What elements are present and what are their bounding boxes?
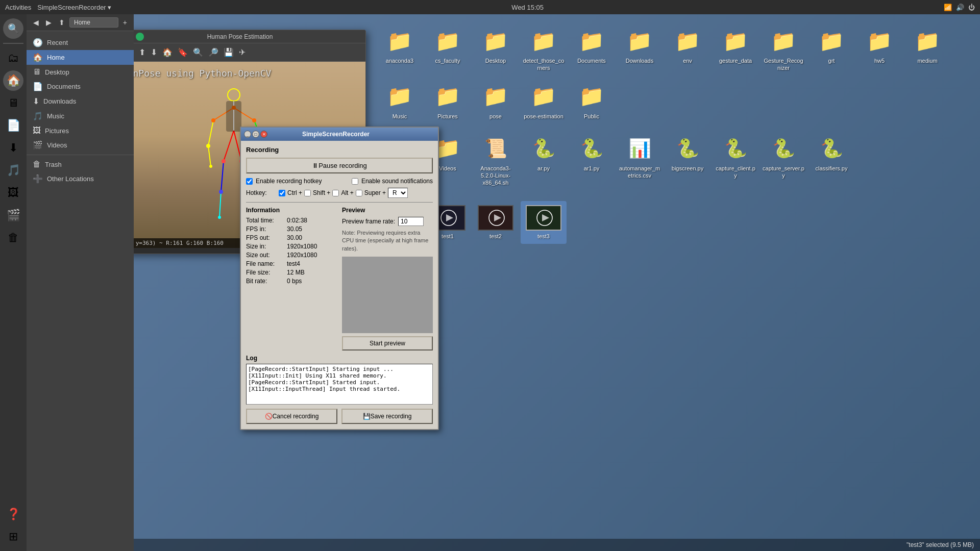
hpe-tool-down[interactable]: ⬇: [149, 45, 159, 59]
ssr-preview-area: [342, 257, 433, 333]
hpe-tool-forward[interactable]: ▶: [134, 45, 136, 59]
file-item-capture-server[interactable]: 🐍 capture_server.py: [761, 130, 806, 191]
file-item-desktop[interactable]: 📁 Desktop: [473, 22, 519, 76]
svg-line-10: [221, 161, 224, 192]
fm-item-videos[interactable]: 🎬 Videos: [27, 138, 134, 153]
file-item-documents[interactable]: 📁 Documents: [569, 22, 615, 76]
sidebar-icon-downloads[interactable]: ⬇: [3, 138, 23, 158]
ssr-dialog: _ □ ✕ SimpleScreenRecorder Recording ⏸Pa…: [240, 127, 439, 430]
hpe-tool-search2[interactable]: 🔎: [206, 45, 220, 59]
svg-point-21: [222, 159, 226, 163]
sidebar-icon-pictures[interactable]: 🖼: [3, 183, 23, 203]
file-item-capture-client[interactable]: 🐍 capture_client.py: [713, 130, 758, 191]
fm-item-documents[interactable]: 📄 Documents: [27, 79, 134, 94]
file-item-test2[interactable]: test2: [473, 201, 519, 244]
sidebar-icon-home[interactable]: 🏠: [3, 70, 23, 91]
file-item-test3[interactable]: test3: [521, 201, 567, 244]
ssr-preview-fps-row: Preview frame rate:: [342, 217, 433, 226]
fm-items: 🕐 Recent 🏠 Home 🖥 Desktop 📄 Documents ⬇ …: [27, 31, 134, 190]
ssr-minimize-button[interactable]: _: [244, 131, 251, 138]
fm-back-button[interactable]: ◀: [31, 17, 41, 28]
app-name-label[interactable]: SimpleScreenRecorder ▾: [37, 4, 111, 11]
activities-label[interactable]: Activities: [5, 4, 31, 11]
file-item-ar-py[interactable]: 🐍 ar.py: [521, 130, 567, 191]
file-item-anaconda3-sh[interactable]: 📜 Anaconda3-5.2.0-Linux-x86_64.sh: [473, 130, 519, 191]
svg-point-17: [206, 144, 210, 148]
shift-checkbox[interactable]: [304, 190, 311, 196]
ssr-save-button[interactable]: 💾Save recording: [341, 409, 433, 424]
svg-point-0: [228, 89, 240, 101]
fm-item-trash[interactable]: 🗑 Trash: [27, 157, 134, 171]
fm-new-button[interactable]: +: [120, 17, 130, 28]
file-item-automanager[interactable]: 📊 automanager_metrics.csv: [617, 130, 663, 191]
fm-item-home[interactable]: 🏠 Home: [27, 50, 134, 65]
file-item-public[interactable]: 📁 Public: [569, 78, 615, 124]
file-item-music[interactable]: 📁 Music: [377, 78, 423, 124]
sidebar-icon-help[interactable]: ❓: [3, 504, 23, 524]
file-item-pose[interactable]: 📁 pose: [473, 78, 519, 124]
ssr-close-button[interactable]: ✕: [260, 131, 267, 138]
file-item-pictures[interactable]: 📁 Pictures: [425, 78, 471, 124]
hpe-tool-home[interactable]: 🏠: [160, 45, 175, 59]
file-item-env[interactable]: 📁 env: [665, 22, 710, 76]
fm-item-desktop[interactable]: 🖥 Desktop: [27, 65, 134, 79]
file-item-label: pose: [489, 113, 502, 120]
file-item-detect[interactable]: 📁 detect_those_corners: [521, 22, 567, 76]
file-item-gesture-data[interactable]: 📁 gesture_data: [713, 22, 758, 76]
fm-item-downloads[interactable]: ⬇ Downloads: [27, 94, 134, 109]
fm-item-music[interactable]: 🎵 Music: [27, 109, 134, 123]
ssr-log-area[interactable]: [PageRecord::StartInput] Starting input …: [246, 364, 433, 405]
file-item-grt[interactable]: 📁 grt: [808, 22, 854, 76]
fm-item-other[interactable]: ➕ Other Locations: [27, 171, 134, 186]
folder-icon: 📁: [577, 27, 606, 55]
sidebar-icon-music[interactable]: 🎵: [3, 160, 23, 181]
folder-icon: 📁: [577, 82, 606, 111]
file-item-anaconda3[interactable]: 📁 anaconda3: [377, 22, 423, 76]
hpe-tool-search1[interactable]: 🔍: [191, 45, 205, 59]
ssr-pause-button[interactable]: ⏸Pause recording: [246, 158, 433, 173]
sidebar-icon-search[interactable]: 🔍: [3, 18, 23, 39]
enable-sound-checkbox[interactable]: [352, 178, 358, 185]
shift-label: Shift +: [313, 189, 330, 196]
fm-item-recent[interactable]: 🕐 Recent: [27, 35, 134, 50]
hpe-maximize-button[interactable]: [136, 33, 144, 41]
log-line-2: [X11Input::Init] Using X11 shared memory…: [248, 372, 431, 379]
ssr-start-preview-button[interactable]: Start preview: [342, 336, 433, 350]
fm-forward-button[interactable]: ▶: [43, 17, 54, 28]
fm-item-music-label: Music: [47, 112, 64, 120]
file-item-classifiers[interactable]: 🐍 classifiers.py: [808, 130, 854, 191]
preview-fps-input[interactable]: [398, 217, 424, 226]
file-item-hw5[interactable]: 📁 hw5: [856, 22, 902, 76]
file-item-label: anaconda3: [386, 57, 413, 64]
super-checkbox[interactable]: [356, 190, 362, 196]
sidebar-icon-desktop[interactable]: 🖥: [3, 93, 23, 113]
file-item-bigscreen[interactable]: 🐍 bigscreen.py: [665, 130, 710, 191]
sidebar-icon-appgrid[interactable]: ⊞: [3, 527, 23, 547]
fm-item-pictures[interactable]: 🖼 Pictures: [27, 123, 134, 138]
fm-item-downloads-label: Downloads: [43, 97, 76, 105]
file-item-downloads[interactable]: 📁 Downloads: [617, 22, 663, 76]
file-item-medium[interactable]: 📁 medium: [904, 22, 950, 76]
hpe-tool-up[interactable]: ⬆: [137, 45, 148, 59]
fm-up-button[interactable]: ⬆: [56, 17, 67, 28]
folder-icon: 📁: [721, 27, 750, 55]
hpe-tool-bookmark[interactable]: 🔖: [176, 45, 190, 59]
enable-hotkey-checkbox[interactable]: [246, 178, 253, 185]
hpe-tool-save[interactable]: 💾: [222, 45, 236, 59]
file-item-cs-faculty[interactable]: 📁 cs_faculty: [425, 22, 471, 76]
ssr-cancel-button[interactable]: 🚫Cancel recording: [246, 409, 337, 424]
file-item-gesture-rec[interactable]: 📁 Gesture_Recognizer: [761, 22, 806, 76]
hpe-tool-send[interactable]: ✈: [237, 45, 248, 59]
file-item-pose-estimation[interactable]: 📁 pose-estimation: [521, 78, 567, 124]
home-fm-icon: 🏠: [33, 53, 43, 62]
ssr-maximize-button[interactable]: □: [252, 131, 259, 138]
sidebar-icon-videos[interactable]: 🎬: [3, 205, 23, 226]
ctrl-checkbox[interactable]: [279, 190, 285, 196]
key-select[interactable]: R: [388, 188, 408, 198]
sidebar-icon-trash[interactable]: 🗑: [3, 228, 23, 248]
file-item-ar1-py[interactable]: 🐍 ar1.py: [569, 130, 615, 191]
alt-checkbox[interactable]: [332, 190, 339, 196]
fm-item-home-label: Home: [47, 54, 65, 61]
sidebar-icon-docs[interactable]: 📄: [3, 115, 23, 136]
sidebar-icon-files[interactable]: 🗂: [3, 48, 23, 68]
